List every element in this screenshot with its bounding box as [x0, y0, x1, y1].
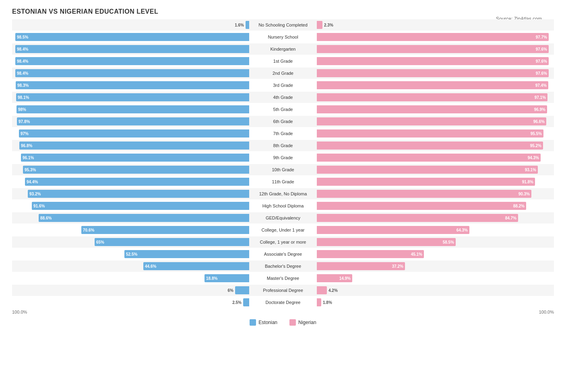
left-bar-section: 98.5%: [12, 31, 251, 43]
left-bar-section: 88.6%: [12, 212, 251, 224]
bar-estonian: 44.6%: [143, 262, 249, 270]
right-bar-section: 94.3%: [315, 152, 554, 163]
bar-nigerian: 45.1%: [317, 250, 424, 258]
x-axis-labels: 100.0% 100.0%: [12, 310, 554, 314]
table-row: 93.2%12th Grade, No Diploma90.3%: [12, 188, 554, 199]
bar-value-estonian-inside: 98.1%: [18, 95, 29, 100]
table-row: 97.8%6th Grade96.6%: [12, 116, 554, 127]
right-bar-section: 90.3%: [315, 188, 554, 199]
bar-value-nigerian-inside: 97.6%: [536, 71, 547, 76]
table-row: 2.5%Doctorate Degree1.8%: [12, 297, 554, 308]
bar-estonian: 98.3%: [16, 81, 249, 89]
bar-estonian: 97.8%: [17, 117, 249, 125]
right-bar-section: 91.8%: [315, 176, 554, 187]
bar-estonian: 93.2%: [28, 190, 249, 198]
bar-value-estonian-inside: 65%: [96, 240, 104, 244]
right-bar-section: 2.3%: [315, 19, 554, 31]
right-bar-section: 95.2%: [315, 140, 554, 151]
table-row: 98.5%Nursery School97.7%: [12, 31, 554, 43]
right-bar-section: 97.6%: [315, 55, 554, 67]
right-bar-section: 37.2%: [315, 261, 554, 272]
table-row: 98.4%Kindergarten97.6%: [12, 43, 554, 55]
right-bar-section: 58.5%: [315, 236, 554, 248]
bar-nigerian: 14.9%: [317, 274, 352, 282]
bar-nigerian: 96.9%: [317, 105, 547, 113]
legend-nigerian: Nigerian: [289, 319, 316, 326]
bar-category-label: Professional Degree: [251, 288, 315, 293]
bar-value-nigerian-inside: 84.7%: [505, 216, 516, 220]
right-bar-section: 1.8%: [315, 297, 554, 308]
left-bar-section: 6%: [12, 285, 251, 296]
right-bar-section: 14.9%: [315, 273, 554, 284]
bar-category-label: 4th Grade: [251, 95, 315, 100]
left-bar-section: 18.8%: [12, 273, 251, 284]
bar-value-nigerian-inside: 45.1%: [411, 252, 422, 257]
table-row: 6%Professional Degree4.2%: [12, 285, 554, 296]
bar-estonian: 65%: [95, 238, 249, 246]
legend-estonian-label: Estonian: [258, 320, 277, 325]
bar-value-estonian-inside: 18.8%: [206, 276, 217, 281]
bar-nigerian: 97.6%: [317, 57, 549, 65]
bar-nigerian: 97.6%: [317, 69, 549, 77]
bar-value-estonian-inside: 93.2%: [29, 192, 41, 196]
table-row: 52.5%Associate's Degree45.1%: [12, 248, 554, 260]
bar-estonian: 94.4%: [25, 178, 249, 186]
bar-category-label: 10th Grade: [251, 167, 315, 172]
left-bar-section: 97.8%: [12, 116, 251, 127]
bar-value-nigerian-inside: 97.7%: [536, 35, 547, 39]
bar-category-label: No Schooling Completed: [251, 23, 315, 27]
bar-category-label: College, Under 1 year: [251, 228, 315, 232]
bar-category-label: 2nd Grade: [251, 71, 315, 76]
bar-estonian: 98.4%: [15, 69, 249, 77]
bar-category-label: College, 1 year or more: [251, 240, 315, 244]
left-bar-section: 95.3%: [12, 164, 251, 175]
bar-category-label: 3rd Grade: [251, 83, 315, 88]
bar-value-estonian-inside: 96.1%: [23, 156, 34, 160]
bar-nigerian: [317, 298, 321, 306]
bar-value-nigerian-inside: 91.8%: [522, 180, 533, 184]
bar-category-label: Kindergarten: [251, 47, 315, 51]
bar-value-nigerian-inside: 97.6%: [536, 59, 547, 64]
x-label-right: 100.0%: [315, 310, 554, 314]
bar-estonian: [235, 286, 249, 294]
left-bar-section: 98%: [12, 104, 251, 115]
right-bar-section: 93.1%: [315, 164, 554, 175]
bar-category-label: 6th Grade: [251, 119, 315, 124]
bar-estonian: 97%: [19, 129, 249, 138]
bar-nigerian: 96.6%: [317, 117, 546, 125]
bar-value-estonian: 2.5%: [232, 300, 242, 305]
left-bar-section: 98.4%: [12, 55, 251, 67]
table-row: 95.3%10th Grade93.1%: [12, 164, 554, 175]
bar-estonian: [246, 21, 249, 29]
bar-value-estonian-inside: 91.6%: [33, 204, 45, 208]
left-bar-section: 98.3%: [12, 80, 251, 91]
bar-value-nigerian-inside: 90.3%: [518, 192, 530, 196]
chart-container: 1.6%No Schooling Completed2.3%98.5%Nurse…: [12, 19, 554, 326]
bar-nigerian: 97.1%: [317, 93, 547, 101]
bar-category-label: 5th Grade: [251, 107, 315, 112]
table-row: 1.6%No Schooling Completed2.3%: [12, 19, 554, 31]
legend-estonian-box: [250, 319, 256, 326]
bar-estonian: 95.3%: [23, 166, 249, 174]
bar-value-nigerian-inside: 93.1%: [525, 168, 536, 172]
bar-value-estonian-inside: 44.6%: [145, 264, 156, 269]
bar-value-nigerian-inside: 95.2%: [530, 144, 541, 148]
bar-estonian: 91.6%: [32, 202, 249, 210]
bar-nigerian: 37.2%: [317, 262, 405, 270]
table-row: 70.6%College, Under 1 year64.3%: [12, 224, 554, 236]
table-row: 94.4%11th Grade91.8%: [12, 176, 554, 187]
bar-value-estonian-inside: 96.8%: [21, 144, 32, 148]
table-row: 91.6%High School Diploma88.2%: [12, 200, 554, 211]
table-row: 96.8%8th Grade95.2%: [12, 140, 554, 151]
bar-value-estonian-inside: 98.3%: [17, 83, 29, 88]
bar-category-label: 12th Grade, No Diploma: [251, 191, 315, 196]
legend-nigerian-box: [289, 319, 296, 326]
table-row: 18.8%Master's Degree14.9%: [12, 273, 554, 284]
bar-value-estonian-inside: 94.4%: [27, 180, 38, 184]
left-bar-section: 94.4%: [12, 176, 251, 187]
table-row: 98.3%3rd Grade97.4%: [12, 80, 554, 91]
legend: Estonian Nigerian: [12, 319, 554, 326]
bar-nigerian: 84.7%: [317, 214, 518, 222]
bar-estonian: 98%: [17, 105, 249, 113]
bar-value-estonian-inside: 98%: [18, 107, 26, 112]
